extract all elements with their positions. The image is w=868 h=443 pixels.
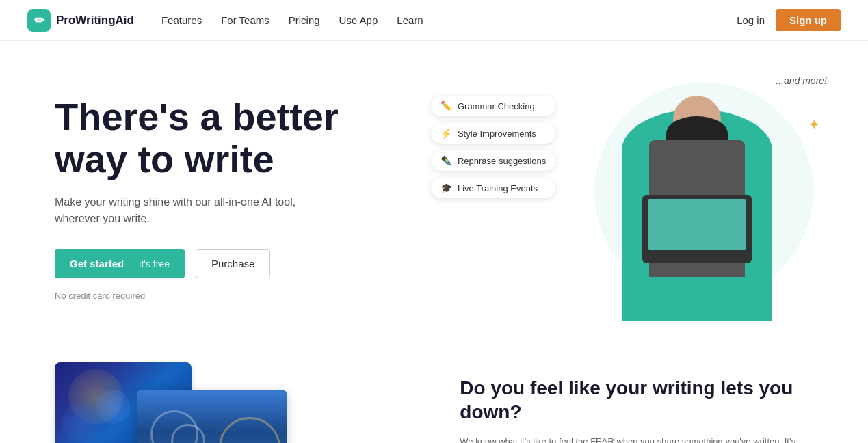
grammar-icon: ✏️ [440,100,452,111]
blue-art [137,390,287,443]
hero-section: There's a better way to write Make your … [0,41,868,342]
sparkle-icon: ✦ [808,116,820,134]
hero-subtitle: Make your writing shine with our all-in-… [55,194,328,227]
second-section-body: We know what it's like to feel the FEAR … [460,435,813,443]
nav-for-teams[interactable]: For Teams [221,14,269,26]
signup-button[interactable]: Sign up [776,9,841,31]
second-section: My idea in my head Do you feel like your… [0,342,868,443]
nav-pricing[interactable]: Pricing [289,14,320,26]
chip-training: 🎓 Live Training Events [431,178,555,198]
more-label: ...and more! [776,75,827,86]
hero-left: There's a better way to write Make your … [55,96,472,300]
hero-title: There's a better way to write [55,96,445,180]
feature-chips: ✏️ Grammar Checking ⚡ Style Improvements… [431,96,555,198]
person-head [673,96,721,144]
style-icon: ⚡ [440,128,452,139]
login-button[interactable]: Log in [737,14,765,26]
rephrase-icon: ✒️ [440,155,452,166]
purchase-button[interactable]: Purchase [196,249,270,278]
nav-use-app[interactable]: Use App [339,14,378,26]
nav-actions: Log in Sign up [737,9,841,31]
training-icon: 🎓 [440,183,452,193]
logo-icon: ✏ [27,9,51,32]
chip-style: ⚡ Style Improvements [431,123,555,144]
chip-grammar: ✏️ Grammar Checking [431,96,555,116]
get-started-button[interactable]: Get started — it's free [55,249,185,278]
logo-text: ProWritingAid [56,14,134,27]
nav-learn[interactable]: Learn [397,14,423,26]
hero-illustration [608,89,786,321]
chip-rephrase: ✒️ Rephrase suggestions [431,150,555,171]
second-section-right: Do you feel like your writing lets you d… [460,362,813,443]
painting-card-2 [137,390,287,443]
second-section-left: My idea in my head [55,362,419,443]
navbar: ✏ ProWritingAid Features For Teams Prici… [0,0,868,41]
image-stack: My idea in my head [55,362,287,443]
nav-links: Features For Teams Pricing Use App Learn [161,14,737,26]
person-body [649,140,745,277]
no-credit-text: No credit card required [55,291,445,301]
hero-buttons: Get started — it's free Purchase [55,249,445,278]
second-section-title: Do you feel like your writing lets you d… [460,376,813,424]
logo-link[interactable]: ✏ ProWritingAid [27,9,134,32]
nav-features[interactable]: Features [161,14,202,26]
laptop-screen [648,199,746,250]
hero-right: ...and more! ✦ ✏️ Grammar Checking ⚡ Sty… [472,75,813,321]
laptop [642,195,752,263]
